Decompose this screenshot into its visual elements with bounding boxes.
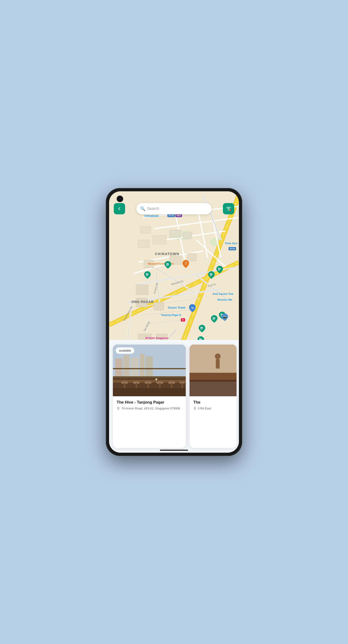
- card-1-info: The Hive - Tanjong Pagar 79 Anson Road, …: [113, 396, 186, 414]
- filter-icon: [226, 206, 231, 212]
- svg-text:🛍: 🛍: [191, 306, 194, 310]
- venue-card-2-image: [190, 344, 237, 396]
- svg-rect-33: [138, 240, 150, 248]
- card-2-info: The ll Rd East: [190, 396, 237, 414]
- svg-rect-80: [171, 383, 172, 388]
- venue-name-1: The Hive - Tanjong Pagar: [117, 400, 182, 405]
- phone-screen: 1A 🔍 Search: [109, 191, 239, 453]
- tanjong-pagar-label: Tanjong Pagar E: [161, 314, 181, 316]
- map-pin-6[interactable]: [211, 315, 218, 324]
- filter-button[interactable]: [223, 203, 234, 214]
- asia-square-label: Asia Square Tow: [213, 292, 233, 295]
- m-hotel-label: M Hotel Singapore: [146, 336, 168, 340]
- svg-rect-92: [190, 373, 237, 380]
- map-pin-3[interactable]: [208, 271, 215, 280]
- food-pin[interactable]: 🍴: [182, 260, 190, 269]
- transit-badge-dt19ne4: DT19 NE4: [167, 214, 182, 217]
- svg-point-50: [229, 210, 231, 211]
- cards-section: available The Hive - Tanjong Pagar 79 An…: [109, 340, 239, 453]
- svg-rect-64: [131, 358, 139, 378]
- svg-rect-72: [124, 383, 125, 388]
- chinatown-area-label: CHINATOWN: [155, 252, 179, 256]
- map-pin-2[interactable]: [164, 261, 171, 270]
- shopping-pin[interactable]: 🛍: [189, 304, 196, 314]
- availability-text: available: [119, 349, 131, 352]
- location-icon-2: [193, 407, 197, 410]
- svg-rect-84: [156, 380, 157, 382]
- search-icon: 🔍: [140, 206, 145, 211]
- svg-rect-66: [146, 356, 153, 378]
- shenton-wa-label: Shenton Wa: [217, 298, 232, 301]
- map-pin-4[interactable]: [216, 265, 223, 275]
- svg-rect-63: [123, 355, 129, 378]
- svg-point-89: [215, 354, 221, 359]
- camera-pin[interactable]: 📷: [221, 313, 228, 322]
- svg-rect-67: [113, 376, 186, 378]
- transit-badge-dt18: DT18: [229, 246, 236, 250]
- venue-address-1: 79 Anson Road, #23-01, Singapore 079906: [117, 406, 182, 410]
- location-icon-1: [117, 407, 120, 410]
- svg-rect-65: [140, 354, 145, 378]
- cards-scroll-container[interactable]: available The Hive - Tanjong Pagar 79 An…: [109, 340, 239, 453]
- svg-point-93: [195, 408, 195, 408]
- chinatown-label: Chinatown: [144, 214, 159, 218]
- search-bar[interactable]: 🔍 Search: [136, 203, 212, 214]
- tanjong-pagar-area-label: ONG PAGAR: [131, 300, 154, 304]
- camera: [117, 196, 123, 202]
- phone-frame: 1A 🔍 Search: [106, 188, 242, 456]
- home-indicator[interactable]: [160, 450, 188, 451]
- venue-card-1[interactable]: available The Hive - Tanjong Pagar 79 An…: [113, 344, 186, 448]
- venue-address-text-2: ll Rd East: [198, 406, 211, 410]
- map-background: 1A 🔍 Search: [109, 191, 239, 351]
- svg-rect-34: [140, 226, 151, 234]
- venue-address-text-1: 79 Anson Road, #23-01, Singapore 079906: [121, 406, 180, 410]
- svg-point-86: [118, 408, 119, 408]
- guoco-tower-label: Guoco Tower: [168, 306, 186, 309]
- map-pin-7[interactable]: [198, 324, 205, 334]
- venue-card-1-image: available: [113, 344, 186, 396]
- svg-rect-88: [190, 344, 237, 373]
- back-button[interactable]: [114, 203, 125, 214]
- venue-name-2: The: [193, 400, 233, 405]
- svg-rect-90: [216, 359, 220, 368]
- svg-text:🍴: 🍴: [184, 261, 188, 265]
- svg-rect-35: [153, 236, 166, 244]
- svg-rect-85: [113, 388, 186, 396]
- svg-rect-43: [154, 302, 164, 310]
- svg-rect-78: [159, 383, 161, 388]
- svg-rect-74: [136, 383, 137, 388]
- svg-rect-37: [183, 232, 192, 239]
- svg-text:📷: 📷: [223, 315, 227, 319]
- search-input[interactable]: Search: [147, 206, 159, 211]
- svg-rect-41: [136, 285, 148, 295]
- mrt-indicator: E: [181, 317, 185, 322]
- venue-card-2[interactable]: The ll Rd East: [190, 344, 237, 448]
- svg-rect-76: [147, 383, 149, 388]
- venue-address-2: ll Rd East: [193, 406, 233, 410]
- map-pin-1[interactable]: [144, 271, 151, 280]
- map-container[interactable]: 1A 🔍 Search: [109, 191, 239, 351]
- svg-rect-82: [182, 383, 183, 388]
- svg-rect-36: [170, 230, 181, 238]
- chevron-left-icon: [118, 207, 122, 210]
- svg-rect-91: [190, 380, 237, 382]
- telok-ayer-label: Telok Ayer: [225, 242, 238, 245]
- availability-badge: available: [116, 348, 134, 354]
- svg-rect-68: [113, 368, 186, 369]
